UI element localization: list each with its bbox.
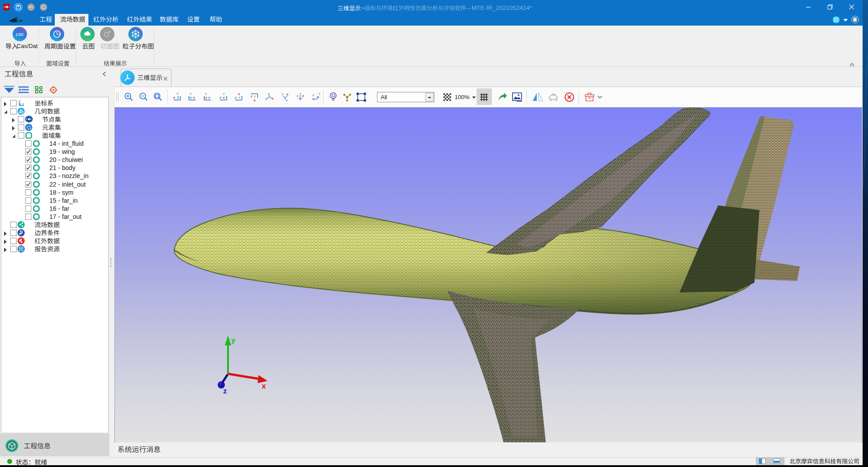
svg-text:x: x [22, 102, 24, 105]
svg-text:z: z [190, 96, 192, 100]
svg-text:z: z [297, 94, 298, 98]
svg-text:z: z [265, 97, 267, 101]
svg-text:z: z [235, 96, 237, 100]
svg-text:x: x [223, 96, 225, 100]
svg-text:x: x [254, 98, 256, 102]
svg-text:Y: Y [281, 92, 284, 96]
svg-text:x: x [272, 96, 274, 100]
svg-text:z: z [219, 96, 221, 100]
svg-text:Y: Y [20, 100, 22, 101]
svg-text:x: x [286, 92, 289, 96]
svg-text:x: x [193, 96, 195, 100]
svg-text:z: z [208, 96, 210, 100]
svg-text:Y: Y [238, 96, 241, 100]
svg-text:z: z [312, 93, 314, 97]
svg-text:x: x [302, 94, 304, 98]
svg-text:Y: Y [267, 92, 270, 96]
svg-text:y: y [231, 336, 236, 345]
svg-text:z: z [250, 94, 252, 98]
svg-text:z: z [286, 98, 288, 102]
svg-text:Y: Y [318, 92, 321, 96]
svg-text:x: x [262, 382, 266, 390]
svg-text:x: x [205, 96, 207, 100]
svg-text:x: x [312, 97, 315, 101]
svg-text:x: x [173, 96, 175, 100]
svg-text:Z: Z [177, 96, 179, 100]
svg-text:z: z [223, 387, 227, 395]
svg-text:z: z [20, 102, 22, 105]
